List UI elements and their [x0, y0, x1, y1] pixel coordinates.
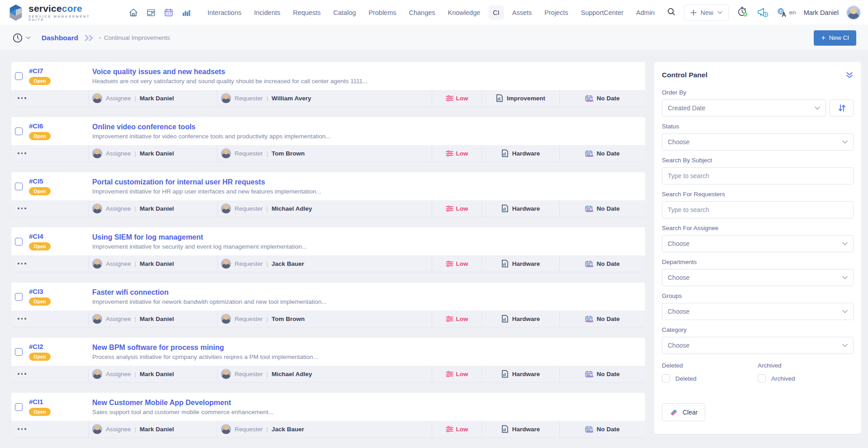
- quick-access-icons: [128, 8, 191, 18]
- status-select[interactable]: Choose: [662, 133, 854, 151]
- priority-sliders-icon: [446, 260, 453, 267]
- nav-item[interactable]: Problems: [364, 5, 401, 20]
- row-checkbox[interactable]: [15, 183, 23, 190]
- archived-checkbox[interactable]: [758, 374, 766, 382]
- assignee-name: Mark Daniel: [140, 260, 174, 267]
- archived-section-label: Archived: [758, 362, 854, 369]
- nav-item[interactable]: Projects: [540, 5, 572, 20]
- calendar-icon[interactable]: [164, 8, 174, 18]
- ci-id-link[interactable]: #CI4: [29, 232, 92, 240]
- ci-id-link[interactable]: #CI5: [29, 177, 92, 185]
- row-actions-menu[interactable]: [11, 145, 88, 161]
- row-actions-menu[interactable]: [11, 421, 88, 437]
- category-select[interactable]: Choose: [662, 337, 854, 354]
- clock-history-icon: [12, 32, 24, 44]
- priority-sliders-icon: [446, 371, 453, 377]
- order-by-select[interactable]: Created Date: [662, 99, 826, 117]
- priority-cell: Low: [432, 255, 481, 272]
- row-checkbox[interactable]: [15, 293, 23, 301]
- search-icon[interactable]: [666, 7, 676, 19]
- ci-title-link[interactable]: New Customer Mobile App Development: [92, 399, 645, 407]
- new-ci-button[interactable]: + New CI: [814, 30, 856, 46]
- announcement-icon[interactable]: [756, 5, 769, 20]
- type-value: Improvement: [507, 95, 545, 102]
- separator: |: [266, 316, 268, 322]
- date-cell: cron No Date: [559, 200, 645, 217]
- assignee-label: Assignee: [106, 95, 131, 102]
- status-badge: Open: [29, 77, 51, 85]
- row-checkbox[interactable]: [15, 127, 23, 135]
- nav-item[interactable]: Incidents: [250, 5, 285, 20]
- row-checkbox[interactable]: [15, 403, 23, 411]
- row-actions-menu[interactable]: [11, 366, 88, 382]
- ci-title-link[interactable]: Faster wifi connection: [92, 288, 645, 297]
- requester-name: William Avery: [272, 95, 311, 102]
- row-actions-menu[interactable]: [11, 90, 88, 106]
- eraser-icon: [670, 408, 678, 417]
- home-icon[interactable]: [128, 8, 138, 18]
- search-requesters-input[interactable]: [662, 201, 854, 218]
- new-button[interactable]: New: [684, 5, 729, 21]
- nav-item[interactable]: Changes: [405, 5, 440, 20]
- search-assignee-select[interactable]: Choose: [662, 235, 854, 252]
- ci-id-link[interactable]: #CI6: [29, 122, 92, 130]
- priority-value: Low: [456, 95, 468, 102]
- ci-title-link[interactable]: Online video conference tools: [92, 123, 645, 131]
- search-subject-input[interactable]: [662, 167, 854, 184]
- requester-label: Requester: [235, 426, 263, 433]
- clear-button[interactable]: Clear: [662, 403, 705, 421]
- ci-id-link[interactable]: #CI2: [29, 343, 92, 350]
- nav-item[interactable]: Admin: [632, 5, 659, 20]
- ci-description: Headsets are not very satisfactory and s…: [92, 78, 645, 85]
- bar-chart-icon[interactable]: [181, 8, 191, 18]
- groups-select[interactable]: Choose: [662, 303, 854, 320]
- requester-cell: Requester | Jack Bauer: [217, 255, 432, 272]
- status-badge: Open: [29, 242, 51, 250]
- breadcrumb-dashboard-link[interactable]: Dashboard: [42, 34, 78, 42]
- language-switcher[interactable]: en: [777, 7, 796, 18]
- ci-card: #CI6 Open Online video conference tools …: [11, 117, 645, 161]
- ci-title-link[interactable]: Portal customization for internal user H…: [92, 178, 645, 186]
- nav-item[interactable]: Assets: [508, 5, 537, 20]
- nav-item[interactable]: CI: [488, 5, 504, 20]
- user-name[interactable]: Mark Daniel: [804, 9, 839, 16]
- date-value: No Date: [597, 95, 620, 102]
- row-checkbox[interactable]: [15, 238, 23, 245]
- row-actions-menu[interactable]: [11, 255, 88, 272]
- ci-id-link[interactable]: #CI3: [29, 288, 92, 295]
- ci-title-link[interactable]: New BPM software for process mining: [92, 344, 645, 352]
- row-checkbox[interactable]: [15, 348, 23, 356]
- nav-item[interactable]: Catalog: [329, 5, 360, 20]
- departments-select[interactable]: Choose: [662, 269, 854, 286]
- nav-item[interactable]: Requests: [288, 5, 325, 20]
- ci-id-link[interactable]: #CI7: [29, 67, 92, 75]
- sort-direction-button[interactable]: [830, 99, 854, 117]
- priority-sliders-icon: [446, 95, 453, 102]
- separator: |: [266, 426, 268, 433]
- requester-cell: Requester | Tom Brown: [217, 145, 432, 161]
- type-value: Hardware: [512, 150, 540, 157]
- row-actions-menu[interactable]: [11, 200, 88, 217]
- row-checkbox[interactable]: [15, 72, 23, 80]
- timer-icon[interactable]: [736, 5, 749, 19]
- priority-value: Low: [456, 426, 468, 433]
- brand-logo[interactable]: servicecore SERVICE MANAGEMENT SUITE: [7, 4, 103, 22]
- ci-id-link[interactable]: #CI1: [29, 398, 92, 406]
- deleted-checkbox[interactable]: [662, 374, 670, 382]
- row-actions-menu[interactable]: [11, 311, 88, 327]
- chevron-down-icon: [842, 344, 848, 347]
- nav-item[interactable]: Interactions: [203, 5, 246, 20]
- ci-title-link[interactable]: Using SIEM for log management: [92, 233, 645, 241]
- collapse-double-chevron-icon[interactable]: [845, 71, 854, 79]
- ci-meta-row: Assignee | Mark Daniel Requester | Tom B…: [11, 311, 645, 327]
- user-avatar[interactable]: [846, 5, 861, 20]
- requester-cell: Requester | Jack Bauer: [217, 421, 432, 437]
- nav-item[interactable]: SupportCenter: [576, 5, 628, 20]
- date-cell: cron No Date: [559, 311, 645, 327]
- ci-title-link[interactable]: Voice quality issues and new headsets: [92, 68, 645, 76]
- assignee-name: Mark Daniel: [140, 95, 174, 102]
- requester-name: Jack Bauer: [272, 260, 304, 267]
- history-dropdown[interactable]: [12, 32, 31, 44]
- dashboard-layout-icon[interactable]: [146, 8, 156, 18]
- nav-item[interactable]: Knowledge: [443, 5, 485, 20]
